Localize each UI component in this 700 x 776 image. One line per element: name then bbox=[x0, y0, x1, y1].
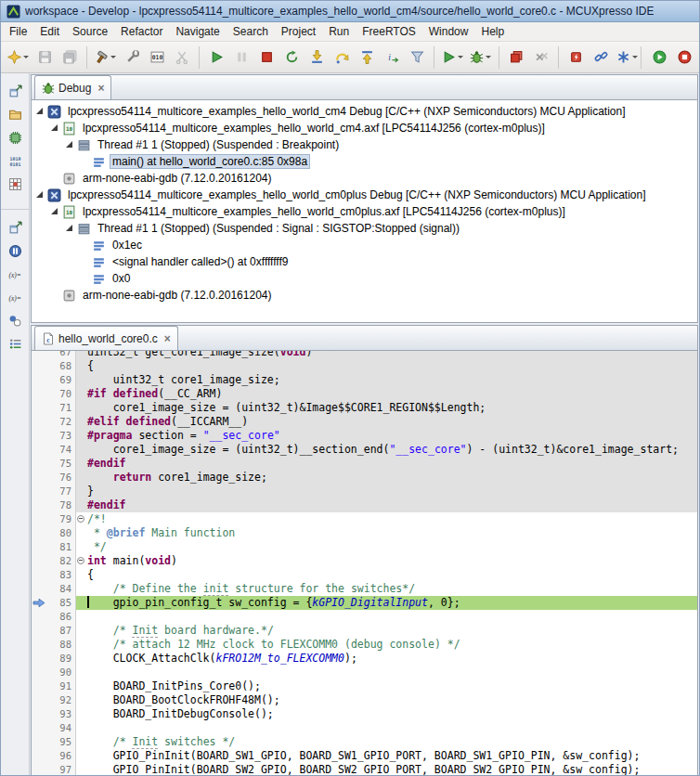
annotation-ruler[interactable] bbox=[32, 652, 47, 666]
menu-source[interactable]: Source bbox=[66, 23, 114, 40]
remove-terminated-button[interactable] bbox=[529, 46, 553, 69]
code-text[interactable]: return core1_image_size; bbox=[87, 471, 267, 485]
code-text[interactable]: uint32_t core1_image_size; bbox=[87, 373, 280, 387]
code-text[interactable]: int main(void) bbox=[87, 554, 177, 568]
expander-icon[interactable] bbox=[35, 107, 45, 116]
flash-download-button[interactable] bbox=[564, 46, 588, 69]
expressions-view-button[interactable]: (x)= bbox=[5, 287, 25, 307]
code-text[interactable]: * @brief Main function bbox=[87, 526, 235, 540]
tree-node-gdb-cm4[interactable]: arm-none-eabi-gdb (7.12.0.20161204) bbox=[32, 170, 697, 187]
code-text[interactable]: BOARD_InitDebugConsole(); bbox=[87, 707, 274, 721]
annotation-ruler[interactable] bbox=[32, 498, 47, 512]
menu-refactor[interactable]: Refactor bbox=[114, 23, 169, 40]
code-text[interactable]: { bbox=[87, 568, 94, 582]
annotation-ruler[interactable] bbox=[32, 471, 47, 485]
annotation-ruler[interactable] bbox=[32, 749, 47, 763]
annotation-ruler[interactable] bbox=[32, 373, 47, 387]
run-button[interactable] bbox=[439, 46, 466, 69]
save-all-button[interactable] bbox=[58, 46, 82, 69]
instruction-pointer-icon[interactable] bbox=[32, 596, 47, 610]
close-icon[interactable]: × bbox=[97, 83, 104, 94]
code-text[interactable]: } bbox=[87, 485, 94, 498]
step-return-button[interactable] bbox=[355, 46, 379, 69]
tree-node-thread-cm4[interactable]: Thread #1 1 (Stopped) (Suspended : Break… bbox=[32, 136, 697, 153]
binary-utilities-button[interactable]: 010 bbox=[145, 46, 169, 69]
annotation-ruler[interactable] bbox=[32, 624, 47, 638]
registers-view-button[interactable]: 10100101 bbox=[5, 150, 25, 171]
menu-help[interactable]: Help bbox=[474, 23, 511, 40]
code-text[interactable]: core1_image_size = (uint32_t)&Image$$COR… bbox=[87, 401, 486, 415]
faults-view-button[interactable] bbox=[5, 174, 25, 194]
resume-button[interactable] bbox=[204, 46, 228, 69]
restore-views-button-2[interactable] bbox=[5, 217, 25, 238]
code-text[interactable]: { bbox=[87, 359, 94, 373]
step-filters-button[interactable] bbox=[405, 46, 429, 69]
code-editor[interactable]: 67uint32_t get_core1_image_size(void)68{… bbox=[32, 351, 697, 776]
annotation-ruler[interactable] bbox=[32, 457, 47, 471]
annotation-ruler[interactable] bbox=[32, 693, 47, 707]
code-text[interactable]: gpio_pin_config_t sw_config = {kGPIO_Dig… bbox=[87, 596, 460, 610]
annotation-ruler[interactable] bbox=[32, 666, 47, 679]
annotation-ruler[interactable] bbox=[32, 526, 47, 540]
annotation-ruler[interactable] bbox=[32, 582, 47, 596]
annotation-ruler[interactable] bbox=[32, 415, 47, 429]
tree-node-executable-cm0plus-axf[interactable]: 10lpcxpresso54114_multicore_examples_hel… bbox=[32, 203, 697, 220]
menu-navigate[interactable]: Navigate bbox=[169, 23, 226, 40]
menu-run[interactable]: Run bbox=[322, 23, 356, 40]
code-text[interactable]: BOARD_BootClockFROHF48M(); bbox=[87, 693, 280, 707]
code-text[interactable]: core1_image_size = (uint32_t)__section_e… bbox=[87, 443, 679, 457]
annotation-ruler[interactable] bbox=[32, 387, 47, 401]
code-text[interactable]: #pragma section = "__sec_core" bbox=[87, 429, 280, 443]
code-text[interactable]: uint32_t get_core1_image_size(void) bbox=[87, 351, 312, 359]
code-text[interactable]: */ bbox=[87, 540, 107, 554]
debug-tree[interactable]: lpcxpresso54114_multicore_examples_hello… bbox=[32, 100, 697, 322]
code-text[interactable]: /* Define the init structure for the swi… bbox=[87, 582, 415, 596]
annotation-ruler[interactable] bbox=[32, 485, 47, 498]
tree-node-gdb-cm0plus[interactable]: arm-none-eabi-gdb (7.12.0.20161204) bbox=[32, 287, 697, 304]
cut-button[interactable] bbox=[170, 46, 194, 69]
annotation-ruler[interactable] bbox=[32, 638, 47, 652]
tree-node-executable-cm4-axf[interactable]: 10lpcxpresso54114_multicore_examples_hel… bbox=[32, 120, 697, 136]
annotation-ruler[interactable] bbox=[32, 610, 47, 624]
menu-search[interactable]: Search bbox=[227, 23, 275, 40]
tab-hello-world-core0-c[interactable]: c hello_world_core0.c × bbox=[34, 326, 178, 350]
annotation-ruler[interactable] bbox=[32, 540, 47, 554]
expander-icon[interactable] bbox=[35, 190, 45, 200]
step-into-button[interactable] bbox=[305, 46, 329, 69]
instruction-stepping-button[interactable]: i bbox=[380, 46, 404, 69]
annotation-ruler[interactable] bbox=[32, 721, 47, 735]
tree-node-thread-cm0plus[interactable]: Thread #1 1 (Stopped) (Suspended : Signa… bbox=[32, 220, 697, 237]
annotation-ruler[interactable] bbox=[32, 554, 47, 568]
code-text[interactable]: /*! bbox=[87, 512, 107, 526]
code-text[interactable]: #endif bbox=[87, 498, 126, 512]
annotation-ruler[interactable] bbox=[32, 679, 47, 693]
build-button[interactable] bbox=[92, 46, 119, 69]
code-text[interactable]: CLOCK_AttachClk(kFRO12M_to_FLEXCOMM0); bbox=[87, 652, 357, 666]
code-text[interactable]: /* Init board hardware.*/ bbox=[87, 624, 274, 638]
annotation-ruler[interactable] bbox=[32, 568, 47, 582]
code-text[interactable]: GPIO_PinInit(BOARD_SW2_GPIO, BOARD_SW2_G… bbox=[87, 763, 640, 776]
tree-node-stack-frame-main[interactable]: main() at hello_world_core0.c:85 0x98a bbox=[32, 153, 697, 170]
fold-collapse-icon[interactable] bbox=[76, 512, 87, 526]
suspend-button[interactable] bbox=[229, 46, 253, 69]
fold-collapse-icon[interactable] bbox=[76, 554, 87, 568]
annotation-ruler[interactable] bbox=[32, 512, 47, 526]
terminate-all-button[interactable] bbox=[504, 46, 528, 69]
close-icon[interactable]: × bbox=[164, 333, 171, 344]
terminate-button[interactable] bbox=[254, 46, 279, 69]
project-explorer-view-button[interactable] bbox=[5, 104, 25, 124]
code-text[interactable]: /* Init switches */ bbox=[87, 735, 235, 749]
menu-edit[interactable]: Edit bbox=[33, 23, 66, 40]
quickstart-run-button[interactable] bbox=[647, 46, 671, 69]
variables-view-button[interactable]: (x)= bbox=[5, 264, 25, 284]
expander-icon[interactable] bbox=[65, 224, 74, 233]
suspend-view-button[interactable] bbox=[5, 240, 25, 261]
menu-file[interactable]: File bbox=[3, 23, 33, 40]
quickstart-stop-button[interactable] bbox=[672, 46, 696, 69]
debug-shortcut-button[interactable] bbox=[614, 46, 641, 69]
annotation-ruler[interactable] bbox=[32, 707, 47, 721]
code-text[interactable]: #elif defined(__ICCARM__) bbox=[87, 415, 248, 429]
annotation-ruler[interactable] bbox=[32, 443, 47, 457]
step-over-button[interactable] bbox=[330, 46, 354, 69]
expander-icon[interactable] bbox=[65, 140, 74, 149]
